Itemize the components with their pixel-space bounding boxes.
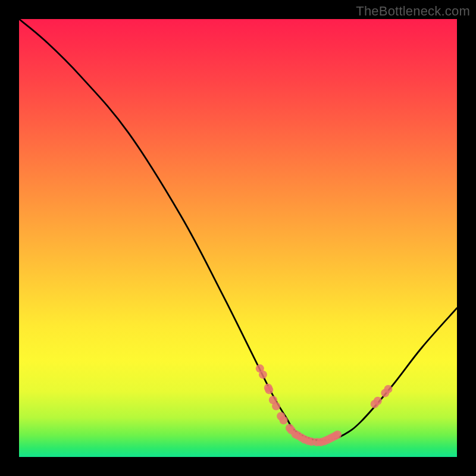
watermark-text: TheBottleneck.com [356, 4, 470, 19]
data-point [272, 402, 280, 411]
curve-svg [19, 19, 457, 457]
data-point [374, 397, 382, 405]
curve-path [19, 19, 457, 440]
scatter-points [256, 364, 393, 446]
chart-container: TheBottleneck.com [0, 0, 476, 476]
plot-area [19, 19, 457, 457]
data-point [259, 371, 267, 379]
data-point [265, 386, 273, 394]
data-point [333, 430, 342, 439]
data-point [384, 385, 392, 393]
data-point [280, 416, 288, 424]
